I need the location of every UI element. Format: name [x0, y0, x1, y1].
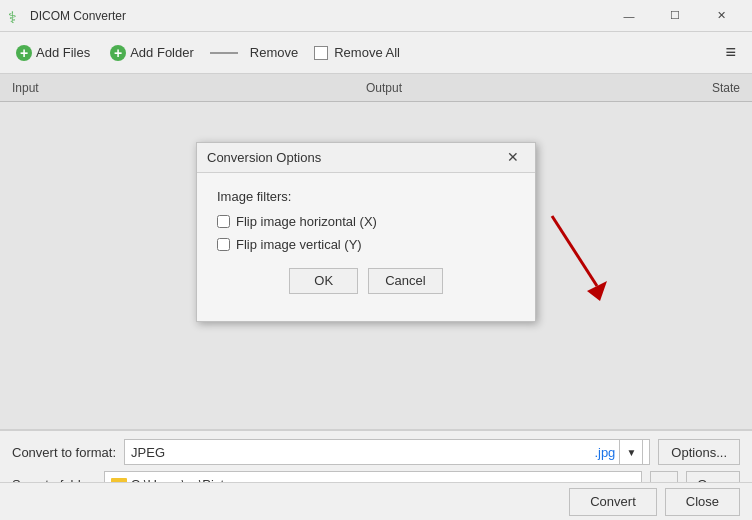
add-files-icon: + — [16, 45, 32, 61]
convert-button[interactable]: Convert — [569, 488, 657, 516]
toolbar: + Add Files + Add Folder Remove Remove A… — [0, 32, 752, 74]
dialog-overlay: Conversion Options ✕ Image filters: Flip… — [0, 74, 752, 429]
remove-all-button[interactable]: Remove All — [306, 41, 408, 64]
dialog-body: Image filters: Flip image horizontal (X)… — [197, 173, 535, 310]
add-folder-icon: + — [110, 45, 126, 61]
main-content: Input Output State Conversion Options ✕ … — [0, 74, 752, 430]
title-bar: ⚕ DICOM Converter — ☐ ✕ — [0, 0, 752, 32]
format-label: Convert to format: — [12, 445, 116, 460]
flip-horizontal-label: Flip image horizontal (X) — [236, 214, 377, 229]
menu-button[interactable]: ≡ — [717, 38, 744, 67]
flip-horizontal-checkbox[interactable] — [217, 215, 230, 228]
dialog-cancel-button[interactable]: Cancel — [368, 268, 442, 294]
format-value: JPEG — [131, 445, 590, 460]
add-folder-label: Add Folder — [130, 45, 194, 60]
add-folder-button[interactable]: + Add Folder — [102, 41, 202, 65]
toolbar-separator — [210, 52, 238, 54]
flip-horizontal-row: Flip image horizontal (X) — [217, 214, 515, 229]
options-button[interactable]: Options... — [658, 439, 740, 465]
app-title: DICOM Converter — [30, 9, 606, 23]
flip-vertical-checkbox[interactable] — [217, 238, 230, 251]
flip-vertical-row: Flip image vertical (Y) — [217, 237, 515, 252]
app-icon: ⚕ — [8, 8, 24, 24]
dialog-title: Conversion Options — [207, 150, 501, 165]
format-input-wrap: JPEG .jpg ▼ — [124, 439, 650, 465]
close-button[interactable]: Close — [665, 488, 740, 516]
minimize-button[interactable]: — — [606, 0, 652, 32]
image-filters-label: Image filters: — [217, 189, 515, 204]
maximize-button[interactable]: ☐ — [652, 0, 698, 32]
window-close-button[interactable]: ✕ — [698, 0, 744, 32]
remove-label: Remove — [246, 45, 302, 60]
action-row: Convert Close — [0, 482, 752, 520]
dialog-ok-button[interactable]: OK — [289, 268, 358, 294]
format-row: Convert to format: JPEG .jpg ▼ Options..… — [12, 439, 740, 465]
dialog-buttons: OK Cancel — [217, 268, 515, 294]
dialog-close-button[interactable]: ✕ — [501, 145, 525, 169]
format-dropdown-arrow[interactable]: ▼ — [619, 439, 643, 465]
window-controls: — ☐ ✕ — [606, 0, 744, 32]
add-files-label: Add Files — [36, 45, 90, 60]
remove-all-label: Remove All — [334, 45, 400, 60]
add-files-button[interactable]: + Add Files — [8, 41, 98, 65]
format-ext: .jpg — [590, 445, 619, 460]
dialog-titlebar: Conversion Options ✕ — [197, 143, 535, 173]
remove-all-checkbox-icon — [314, 46, 328, 60]
conversion-options-dialog: Conversion Options ✕ Image filters: Flip… — [196, 142, 536, 322]
flip-vertical-label: Flip image vertical (Y) — [236, 237, 362, 252]
